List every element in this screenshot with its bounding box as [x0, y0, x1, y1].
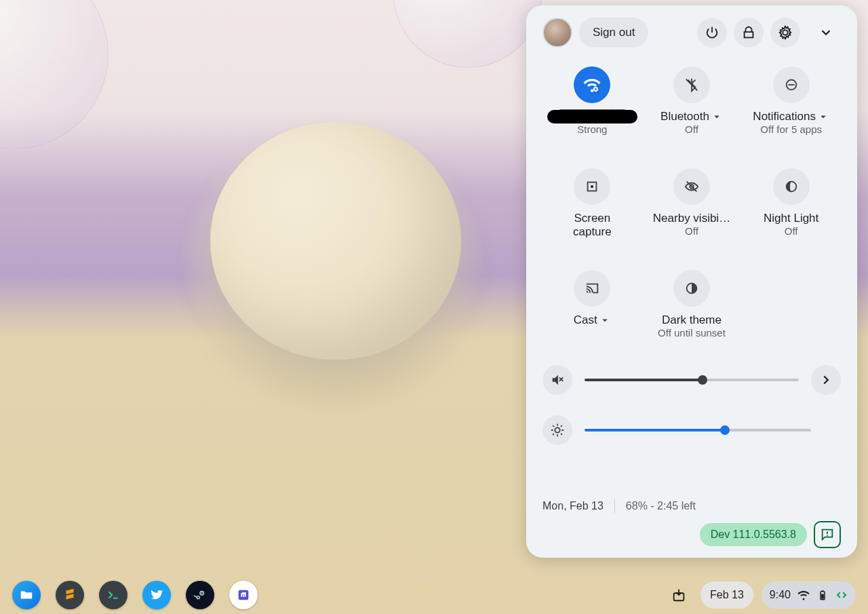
- footer-date: Mon, Feb 13: [542, 500, 604, 512]
- brightness-icon-button[interactable]: [542, 415, 572, 445]
- svg-rect-21: [822, 590, 824, 592]
- shelf: Feb 13 9:40: [0, 576, 868, 614]
- cast-icon: [574, 270, 610, 307]
- tile-cast[interactable]: Cast: [542, 270, 642, 345]
- brightness-icon: [550, 423, 565, 438]
- screen-capture-icon: [574, 168, 610, 205]
- night-light-icon: [773, 168, 810, 205]
- svg-point-13: [827, 535, 828, 536]
- tile-sub: Off until sunset: [658, 327, 726, 339]
- power-button[interactable]: [697, 18, 727, 47]
- tile-sub: Off: [685, 225, 698, 237]
- tile-dark-theme[interactable]: Dark theme Off until sunset: [642, 270, 742, 345]
- calendar-button[interactable]: Feb 13: [701, 581, 753, 609]
- sign-out-button[interactable]: Sign out: [579, 18, 648, 47]
- caret-down-icon: [817, 111, 829, 123]
- wifi-icon: [574, 66, 610, 103]
- shelf-app-twitter[interactable]: [142, 581, 171, 609]
- holding-space-button[interactable]: [665, 581, 692, 609]
- terminal-icon: [106, 588, 121, 602]
- twitter-icon: [149, 588, 164, 602]
- tile-nearby-visibility[interactable]: Nearby visibi… Off: [642, 168, 742, 243]
- steam-icon: [193, 588, 208, 602]
- holding-space-icon: [671, 588, 686, 602]
- svg-point-14: [194, 589, 206, 601]
- tile-wifi[interactable]: ████████ Strong: [542, 66, 642, 141]
- shelf-app-mastodon[interactable]: [229, 581, 258, 609]
- brightness-slider[interactable]: [585, 429, 811, 431]
- brightness-row: [542, 415, 841, 445]
- tiles-grid: ████████ Strong Bluetooth Off Notificati…: [542, 66, 841, 345]
- do-not-disturb-icon: [773, 66, 810, 103]
- folder-icon: [19, 588, 34, 602]
- tile-label: Bluetooth: [660, 110, 723, 123]
- wifi-icon: [797, 589, 810, 601]
- volume-slider[interactable]: [585, 379, 799, 381]
- tile-sub: Off for 5 apps: [760, 123, 822, 135]
- tile-label: Screen: [574, 212, 610, 225]
- tile-sub: Off: [785, 225, 798, 237]
- svg-point-11: [555, 427, 559, 432]
- dev-mode-icon: [835, 589, 848, 601]
- tile-label: capture: [573, 225, 612, 239]
- sliders-section: [542, 365, 841, 445]
- caret-down-icon: [711, 111, 723, 123]
- volume-row: [542, 365, 841, 395]
- shelf-app-terminal[interactable]: [99, 581, 127, 609]
- gear-icon: [778, 25, 793, 40]
- wallpaper-sphere: [210, 122, 461, 360]
- bluetooth-off-icon: [673, 66, 710, 103]
- status-area[interactable]: 9:40: [762, 581, 856, 609]
- shelf-app-files[interactable]: [12, 581, 41, 609]
- lock-icon: [741, 25, 756, 40]
- feedback-button[interactable]: [814, 521, 841, 548]
- caret-down-icon: [599, 314, 611, 326]
- tile-label: Night Light: [764, 212, 818, 225]
- tile-label: Dark theme: [662, 313, 722, 327]
- shelf-date: Feb 13: [710, 589, 744, 601]
- tile-label: Notifications: [753, 110, 829, 123]
- app-icon: [62, 588, 77, 602]
- divider: [614, 499, 615, 513]
- tile-notifications[interactable]: Notifications Off for 5 apps: [741, 66, 841, 141]
- feedback-icon: [820, 527, 835, 542]
- shelf-app-sublime[interactable]: [56, 581, 84, 609]
- wifi-network-name: ████████: [547, 110, 637, 123]
- wifi-strength: Strong: [577, 123, 607, 135]
- battery-icon: [816, 589, 829, 601]
- svg-rect-22: [821, 594, 824, 599]
- volume-off-icon: [550, 372, 565, 387]
- volume-mute-button[interactable]: [542, 365, 572, 395]
- audio-settings-button[interactable]: [811, 365, 841, 395]
- tile-night-light[interactable]: Night Light Off: [741, 168, 841, 243]
- panel-header: Sign out: [542, 18, 841, 47]
- tile-label: Cast: [574, 313, 611, 327]
- tile-bluetooth[interactable]: Bluetooth Off: [642, 66, 742, 141]
- user-avatar[interactable]: [542, 18, 572, 47]
- chevron-down-icon: [818, 25, 833, 40]
- tile-label: Nearby visibi…: [653, 212, 730, 225]
- settings-button[interactable]: [770, 18, 800, 47]
- svg-point-4: [591, 185, 594, 189]
- lock-button[interactable]: [734, 18, 764, 47]
- visibility-off-icon: [673, 168, 710, 205]
- power-icon: [705, 25, 719, 40]
- tile-sub: Off: [685, 123, 698, 135]
- footer-battery: 68% - 2:45 left: [626, 500, 696, 512]
- shelf-app-steam[interactable]: [186, 581, 214, 609]
- collapse-button[interactable]: [811, 18, 841, 47]
- quick-settings-panel: Sign out ████████ Strong: [526, 5, 857, 558]
- svg-point-16: [201, 592, 203, 594]
- tile-screen-capture[interactable]: Screen capture: [542, 168, 642, 243]
- panel-footer: Mon, Feb 13 68% - 2:45 left Dev 111.0.55…: [542, 487, 841, 548]
- dark-theme-icon: [673, 270, 710, 307]
- dev-channel-badge[interactable]: Dev 111.0.5563.8: [700, 523, 807, 546]
- chevron-right-icon: [818, 372, 833, 387]
- shelf-time: 9:40: [770, 589, 791, 601]
- mastodon-icon: [236, 588, 251, 602]
